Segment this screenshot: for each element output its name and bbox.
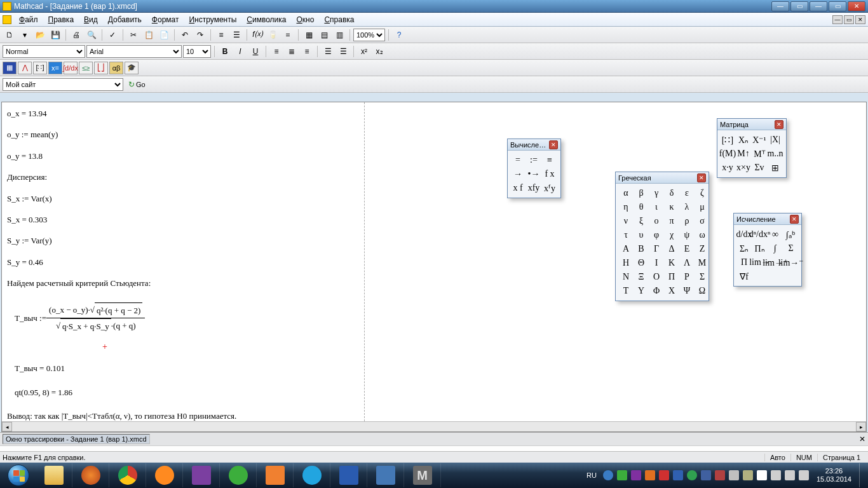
greek-palette[interactable]: Греческая✕ αβγδεζηθικλμνξοπρστυφχψωΑΒΓΔΕ… (615, 172, 709, 301)
palette-cell[interactable]: σ (696, 215, 709, 227)
palette-cell[interactable]: ψ (681, 229, 693, 241)
scroll-right-button[interactable]: ▸ (856, 422, 866, 431)
taskbar-clock[interactable]: 23:26 15.03.2014 (813, 467, 855, 484)
palette-cell[interactable]: •→ (527, 168, 540, 180)
open-button[interactable]: 📂 (33, 29, 47, 41)
palette-cell[interactable]: x f (512, 182, 524, 194)
palette-cell[interactable]: ζ (696, 187, 709, 199)
palette-cell[interactable]: m..n (769, 148, 782, 159)
task-utorrent[interactable] (220, 463, 257, 487)
palette-cell[interactable]: Κ (665, 257, 678, 269)
palette-cell[interactable]: υ (635, 229, 648, 241)
unit-button[interactable]: 🥛 (266, 29, 280, 41)
show-desktop-button[interactable] (859, 463, 865, 487)
palette-cell[interactable]: Ν (620, 271, 632, 283)
matrix-palette-button[interactable]: [∷] (33, 62, 47, 74)
palette-cell[interactable]: M↑ (737, 148, 750, 159)
math-line[interactable]: T_выч = 0.101 (15, 361, 861, 376)
go-button[interactable]: ↻ Go (126, 79, 148, 90)
task-explorer[interactable] (36, 463, 72, 487)
align2-button[interactable]: ☰ (229, 29, 243, 41)
eval-palette-button[interactable]: x= (48, 62, 62, 74)
menu-tools[interactable]: Инструменты (184, 14, 241, 25)
palette-cell[interactable]: ε (681, 187, 693, 199)
task-keyboard[interactable] (367, 463, 404, 487)
palette-cell[interactable]: dⁿ/dxⁿ (754, 229, 766, 240)
palette-cell[interactable] (754, 271, 766, 282)
palette-cell[interactable]: β (635, 187, 648, 199)
palette-cell[interactable]: → (512, 168, 524, 180)
task-media[interactable] (146, 463, 183, 487)
programming-palette-button[interactable]: ⎣⎦ (94, 62, 108, 74)
palette-cell[interactable]: Ρ (681, 271, 693, 283)
align-right-button[interactable]: ≡ (300, 45, 314, 58)
palette-close-button[interactable]: ✕ (790, 215, 799, 224)
palette-cell[interactable]: α (620, 187, 632, 199)
calculus-palette-button[interactable]: ∫d/dx (64, 62, 78, 74)
palette-cell[interactable]: ∫ (769, 243, 782, 254)
palette-cell[interactable]: θ (635, 201, 648, 213)
palette-cell[interactable]: Τ (620, 285, 632, 297)
palette-cell[interactable]: ω (696, 229, 709, 241)
start-button[interactable] (1, 463, 36, 487)
palette-cell[interactable]: φ (650, 229, 663, 241)
align-button[interactable]: ≡ (214, 29, 228, 41)
menu-edit[interactable]: Правка (43, 14, 79, 25)
palette-cell[interactable]: δ (665, 187, 678, 199)
palette-cell[interactable] (785, 271, 797, 282)
tray-volume-icon[interactable] (785, 470, 795, 480)
mdi-restore-button[interactable]: ▭ (844, 15, 854, 24)
palette-cell[interactable]: τ (620, 229, 632, 241)
evaluation-palette[interactable]: Вычисле…✕ =:=≡→•→f xx fxfyxᶠy (507, 139, 561, 198)
palette-cell[interactable]: |X| (769, 134, 782, 146)
mdi-close-button[interactable]: ✕ (855, 15, 865, 24)
palette-cell[interactable]: Π (665, 271, 678, 283)
palette-cell[interactable]: Mᵀ (753, 148, 766, 159)
style-combo[interactable]: Normal (3, 45, 85, 58)
palette-cell[interactable]: lim→⁻ (785, 257, 797, 268)
insertion-cursor[interactable]: + (102, 342, 107, 351)
redo-button[interactable]: ↷ (193, 29, 207, 41)
palette-cell[interactable]: ρ (681, 215, 693, 227)
palette-cell[interactable]: x·y (721, 162, 734, 173)
align-center-button[interactable]: ≣ (285, 45, 299, 58)
tray-icon[interactable] (729, 470, 739, 480)
task-skype[interactable] (294, 463, 330, 487)
fx-button[interactable]: f⒳ (250, 29, 264, 41)
formula-line[interactable]: T_выч := (o_x − o_y)·√q²·(q + q − 2) √q·… (15, 302, 861, 334)
palette-cell[interactable]: Σ (785, 243, 797, 254)
task-firefox[interactable] (72, 463, 109, 487)
menu-help[interactable]: Справка (319, 14, 359, 25)
palette-cell[interactable]: Φ (650, 285, 663, 297)
alt-minimize-button[interactable]: — (771, 1, 789, 11)
palette-cell[interactable]: Ι (650, 257, 663, 269)
tray-icon[interactable] (659, 470, 669, 480)
fontsize-combo[interactable]: 10 (183, 45, 211, 58)
tray-icon[interactable] (715, 470, 725, 480)
palette-cell[interactable]: Σv (753, 162, 766, 173)
copy-button[interactable]: 📋 (142, 29, 156, 41)
palette-cell[interactable]: ∞ (769, 229, 782, 240)
palette-cell[interactable]: xᶠy (543, 182, 556, 194)
underline-button[interactable]: U (248, 45, 262, 58)
tray-battery-icon[interactable] (799, 470, 809, 480)
scroll-left-button[interactable]: ◂ (2, 422, 12, 431)
palette-close-button[interactable]: ✕ (697, 173, 706, 182)
task-onenote[interactable] (183, 463, 220, 487)
palette-cell[interactable]: Ζ (696, 243, 709, 255)
palette-cell[interactable]: x×y (737, 162, 750, 173)
palette-cell[interactable]: Ε (681, 243, 693, 255)
greek-palette-button[interactable]: αβ (109, 62, 123, 74)
palette-cell[interactable]: Υ (635, 285, 648, 297)
task-word[interactable] (330, 463, 367, 487)
tray-icon[interactable] (645, 470, 655, 480)
tray-icon[interactable] (617, 470, 627, 480)
menu-symbolics[interactable]: Символика (241, 14, 291, 25)
trace-close-button[interactable]: ✕ (859, 435, 865, 444)
calculator-palette-button[interactable]: ▦ (3, 62, 17, 74)
zoom-combo[interactable]: 100% (353, 29, 385, 41)
palette-close-button[interactable]: ✕ (549, 140, 558, 149)
palette-cell[interactable]: ∫ₐᵇ (785, 229, 797, 240)
task-app1[interactable] (257, 463, 294, 487)
subscript-button[interactable]: x₂ (372, 45, 386, 58)
